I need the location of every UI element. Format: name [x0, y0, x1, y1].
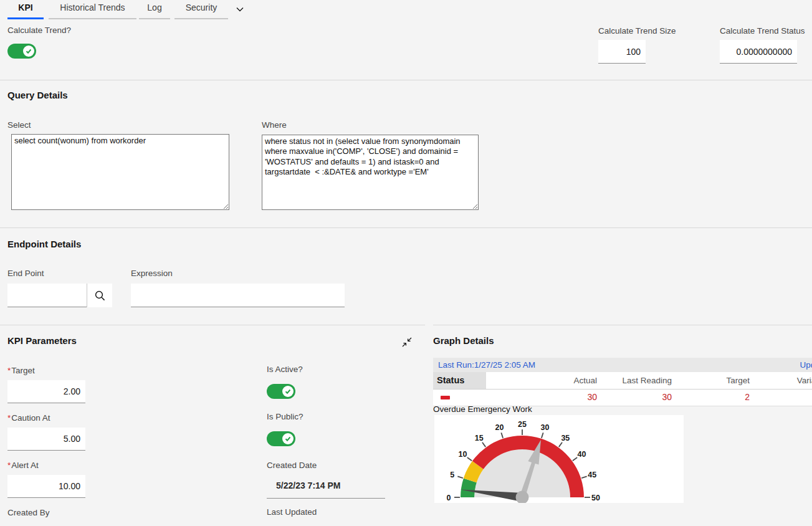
tab-kpi[interactable]: KPI — [7, 0, 44, 19]
target-input[interactable] — [7, 380, 85, 403]
last-reading-column-header: Last Reading — [599, 372, 674, 389]
section-divider — [433, 325, 812, 325]
query-details-heading: Query Details — [7, 90, 68, 100]
target-value: 2 — [674, 390, 752, 406]
svg-text:15: 15 — [475, 434, 484, 442]
svg-text:30: 30 — [541, 423, 550, 432]
section-divider — [0, 80, 812, 80]
last-reading-value: 30 — [599, 390, 674, 406]
end-point-input[interactable] — [7, 284, 87, 307]
table-header-row: Status Actual Last Reading Target Varian… — [433, 372, 812, 390]
is-active-toggle[interactable] — [267, 384, 295, 399]
created-date-underline — [267, 498, 385, 499]
last-updated-label: Last Updated — [267, 507, 317, 517]
created-date-value: 5/22/23 7:14 PM — [276, 481, 341, 490]
endpoint-details-heading: Endpoint Details — [7, 239, 81, 249]
alert-at-label: *Alert At — [7, 461, 39, 470]
tab-active-underline — [7, 17, 44, 19]
check-icon — [284, 435, 292, 442]
calculate-trend-label: Calculate Trend? — [7, 26, 71, 35]
where-textarea[interactable]: where status not in (select value from s… — [262, 135, 479, 210]
calculate-trend-status-input[interactable] — [720, 40, 797, 64]
svg-text:25: 25 — [518, 420, 527, 429]
required-asterisk: * — [7, 366, 11, 375]
expression-label: Expression — [131, 269, 173, 278]
kpi-parameters-heading: KPI Parameters — [7, 335, 77, 346]
calculate-trend-size-input[interactable] — [598, 40, 646, 64]
variance-value — [752, 390, 812, 406]
is-active-label: Is Active? — [267, 365, 303, 374]
alert-at-input[interactable] — [7, 475, 85, 498]
svg-text:5: 5 — [450, 471, 454, 479]
created-date-label: Created Date — [267, 461, 317, 470]
caution-at-label: *Caution At — [7, 413, 50, 423]
created-by-label: Created By — [7, 508, 50, 517]
caution-at-input[interactable] — [7, 428, 85, 451]
select-textarea[interactable]: select count(wonum) from workorder — [11, 134, 229, 210]
target-column-header: Target — [674, 372, 752, 389]
last-run-text: Last Run:1/27/25 2:05 AM — [438, 360, 535, 370]
toggle-knob — [282, 433, 294, 444]
toggle-knob — [282, 386, 294, 397]
actual-column-header: Actual — [486, 372, 599, 389]
tab-historical-trends-label: Historical Trends — [60, 0, 125, 15]
is-public-label: Is Public? — [267, 412, 303, 421]
last-run-bar: Last Run:1/27/25 2:05 AM Update — [433, 358, 812, 372]
calculate-trend-status-label: Calculate Trend Status — [720, 26, 805, 36]
actual-value: 30 — [486, 390, 599, 406]
calculate-trend-toggle[interactable] — [7, 44, 36, 59]
svg-text:0: 0 — [447, 494, 451, 502]
select-label: Select — [7, 120, 31, 130]
tab-security-label: Security — [186, 0, 217, 15]
tab-security[interactable]: Security — [174, 0, 228, 19]
toggle-knob — [23, 45, 34, 57]
check-icon — [25, 47, 32, 55]
required-asterisk: * — [7, 461, 11, 470]
svg-text:40: 40 — [578, 450, 586, 459]
gauge-chart: 05101520253035404550 — [434, 415, 684, 503]
table-row: 30 30 2 — [433, 390, 812, 406]
red-dash-icon — [441, 396, 450, 399]
collapse-section-icon[interactable] — [401, 336, 413, 348]
kpi-status-table: Status Actual Last Reading Target Varian… — [433, 372, 812, 406]
svg-text:20: 20 — [495, 423, 504, 432]
svg-text:45: 45 — [588, 471, 596, 479]
tab-overflow-chevron-down-icon[interactable] — [233, 2, 247, 16]
search-icon — [94, 290, 106, 302]
tab-historical-trends[interactable]: Historical Trends — [49, 0, 136, 19]
svg-text:10: 10 — [459, 450, 467, 459]
tab-log[interactable]: Log — [139, 0, 170, 19]
section-divider — [0, 227, 812, 228]
svg-text:35: 35 — [561, 434, 570, 442]
expression-input[interactable] — [131, 284, 345, 307]
required-asterisk: * — [7, 413, 11, 423]
graph-details-heading: Graph Details — [433, 335, 494, 346]
where-label: Where — [262, 120, 287, 130]
end-point-label: End Point — [7, 269, 44, 278]
end-point-lookup-button[interactable] — [87, 284, 112, 307]
svg-text:50: 50 — [591, 494, 600, 502]
status-column-header: Status — [433, 372, 486, 389]
kpi-configuration-page: KPI Historical Trends Log Security Calcu… — [0, 0, 812, 526]
gauge-svg: 05101520253035404550 — [434, 415, 684, 503]
update-link[interactable]: Update — [800, 360, 812, 370]
target-label: *Target — [7, 366, 35, 375]
variance-column-header: Variance — [752, 372, 812, 389]
gauge-chart-title: Overdue Emergency Work — [433, 404, 532, 414]
calculate-trend-size-label: Calculate Trend Size — [598, 26, 676, 36]
tab-kpi-label: KPI — [18, 0, 32, 15]
is-public-toggle[interactable] — [267, 431, 295, 446]
section-divider — [0, 325, 425, 325]
tab-log-label: Log — [147, 0, 161, 15]
check-icon — [284, 388, 292, 395]
